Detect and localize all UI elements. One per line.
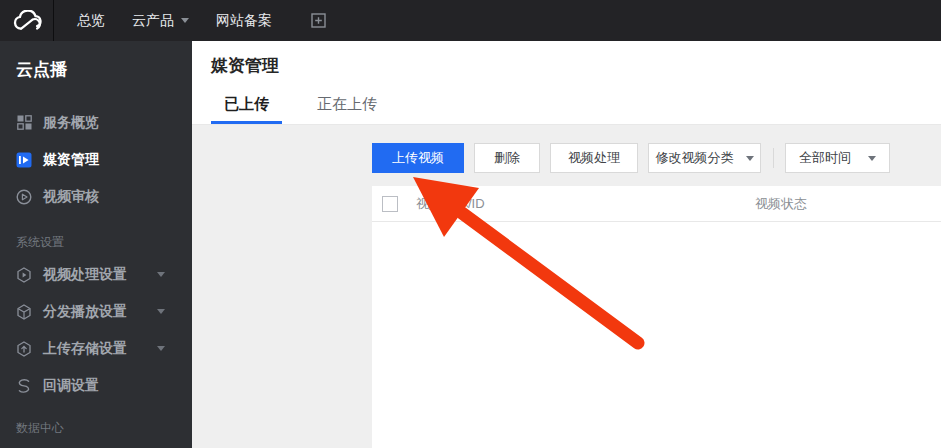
nav-cloud-products[interactable]: 云产品: [132, 12, 189, 30]
nav-overview[interactable]: 总览: [77, 12, 105, 30]
dashboard-grid-icon: [16, 115, 32, 131]
sidebar-item-distribution-playback-settings[interactable]: 分发播放设置: [0, 293, 192, 330]
column-header-video-status: 视频状态: [755, 195, 807, 213]
delete-button[interactable]: 删除: [474, 143, 540, 173]
sidebar-item-video-review[interactable]: 视频审核: [0, 178, 192, 215]
toolbar: 上传视频 删除 视频处理 修改视频分类 全部时间: [372, 143, 890, 173]
sidebar-item-label: 上传存储设置: [43, 340, 127, 358]
distribution-cube-icon: [16, 304, 32, 320]
time-filter-select[interactable]: 全部时间: [785, 143, 890, 173]
sidebar-section-data-center: 数据中心: [16, 420, 192, 437]
modify-category-label: 修改视频分类: [656, 149, 734, 167]
tab-bar: 已上传 正在上传: [211, 91, 412, 124]
chevron-down-icon: [181, 18, 189, 23]
sidebar-product-title: 云点播: [0, 41, 192, 81]
video-process-icon: [16, 267, 32, 283]
sidebar-item-label: 分发播放设置: [43, 303, 127, 321]
nav-overview-label: 总览: [77, 12, 105, 30]
active-tab-underline: [211, 121, 282, 124]
media-play-icon: [16, 152, 32, 168]
nav-cloud-products-label: 云产品: [132, 12, 174, 30]
topbar: 总览 云产品 网站备案: [0, 0, 941, 41]
video-review-icon: [16, 189, 32, 205]
add-nav-button[interactable]: [311, 13, 326, 28]
topbar-nav: 总览 云产品 网站备案: [77, 0, 326, 41]
chevron-down-icon: [157, 309, 165, 314]
sidebar-item-label: 视频处理设置: [43, 266, 127, 284]
tencent-cloud-logo[interactable]: [0, 0, 54, 41]
sidebar-item-callback-settings[interactable]: 回调设置: [0, 367, 192, 404]
video-process-button[interactable]: 视频处理: [550, 143, 638, 173]
chevron-down-icon: [157, 272, 165, 277]
upload-video-button[interactable]: 上传视频: [372, 143, 464, 173]
callback-icon: [16, 378, 32, 394]
chevron-down-icon: [746, 156, 754, 161]
tab-uploaded[interactable]: 已上传: [211, 91, 282, 124]
sidebar-item-service-overview[interactable]: 服务概览: [0, 104, 192, 141]
sidebar-item-video-processing-settings[interactable]: 视频处理设置: [0, 256, 192, 293]
upload-storage-icon: [16, 341, 32, 357]
column-header-video-name: 视频名称/ID: [416, 195, 485, 213]
nav-icp-filing-label: 网站备案: [216, 12, 272, 30]
nav-icp-filing[interactable]: 网站备案: [216, 12, 272, 30]
time-filter-label: 全部时间: [799, 149, 851, 167]
sidebar: 云点播 服务概览 媒资管理: [0, 41, 192, 448]
table-header-row: 视频名称/ID 视频状态: [372, 186, 941, 222]
cloud-icon: [12, 10, 42, 32]
modify-category-dropdown[interactable]: 修改视频分类: [648, 143, 761, 173]
sidebar-item-label: 媒资管理: [43, 151, 99, 169]
main-header: 媒资管理 已上传 正在上传: [192, 41, 941, 125]
delete-label: 删除: [494, 149, 520, 167]
sidebar-item-media-assets[interactable]: 媒资管理: [0, 141, 192, 178]
select-all-checkbox[interactable]: [382, 196, 398, 212]
sidebar-item-label: 服务概览: [43, 114, 99, 132]
chevron-down-icon: [157, 346, 165, 351]
tab-uploaded-label: 已上传: [224, 95, 269, 112]
video-process-label: 视频处理: [568, 149, 620, 167]
tab-uploading[interactable]: 正在上传: [304, 91, 390, 124]
sidebar-item-label: 回调设置: [43, 377, 99, 395]
page-title: 媒资管理: [211, 54, 279, 77]
tab-uploading-label: 正在上传: [317, 95, 377, 112]
sidebar-item-upload-storage-settings[interactable]: 上传存储设置: [0, 330, 192, 367]
sidebar-section-system-settings: 系统设置: [16, 234, 192, 251]
toolbar-divider: [773, 148, 774, 168]
chevron-down-icon: [868, 156, 876, 161]
media-table-card: 视频名称/ID 视频状态: [372, 186, 941, 448]
sidebar-menu: 服务概览 媒资管理 视频审核: [0, 104, 192, 215]
plus-square-icon: [311, 13, 326, 28]
sidebar-item-label: 视频审核: [43, 188, 99, 206]
upload-video-label: 上传视频: [392, 149, 444, 167]
